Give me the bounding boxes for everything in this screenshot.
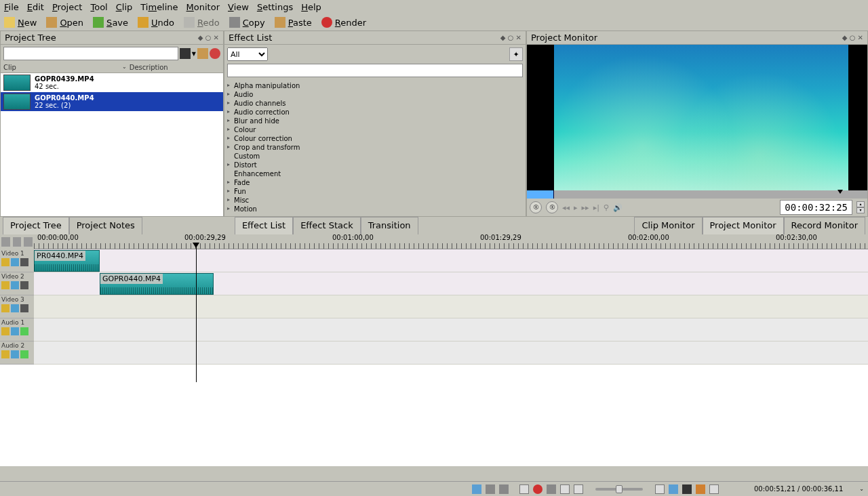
clip-row[interactable]: GOPR0440.MP422 sec. (2): [1, 92, 223, 111]
effect-filter-select[interactable]: All: [227, 47, 268, 61]
sb-icon-d[interactable]: [696, 484, 705, 494]
effect-cat[interactable]: Audio: [227, 90, 523, 99]
timeline-ruler[interactable]: 00:00:00,0000:00:29,2900:01:00,0000:01:2…: [34, 234, 868, 249]
tab-project-monitor[interactable]: Project Monitor: [703, 217, 784, 234]
track[interactable]: PR0440.MP4: [34, 249, 868, 272]
lock-icon[interactable]: [1, 281, 9, 289]
redo-button[interactable]: Redo: [184, 17, 220, 28]
sb-thumb-icon[interactable]: [472, 484, 481, 494]
video-icon[interactable]: [20, 304, 28, 312]
menu-edit[interactable]: Edit: [27, 2, 44, 12]
timeline-clip[interactable]: PR0440.MP4: [34, 250, 100, 272]
effect-cat[interactable]: Custom: [227, 152, 523, 161]
track[interactable]: [34, 318, 868, 342]
track-header[interactable]: Video 3: [0, 295, 34, 318]
menu-help[interactable]: Help: [301, 2, 321, 12]
menu-tool[interactable]: Tool: [90, 2, 107, 12]
col-clip[interactable]: Clip: [3, 64, 122, 71]
menu-view[interactable]: View: [228, 2, 249, 12]
favorite-button[interactable]: ✦: [509, 47, 523, 61]
tab-effect-list[interactable]: Effect List: [235, 217, 293, 234]
tool3-icon[interactable]: [24, 237, 33, 247]
effect-cat[interactable]: Crop and transform: [227, 143, 523, 152]
sb-snap-icon[interactable]: [547, 484, 556, 494]
menu-monitor[interactable]: Monitor: [186, 2, 220, 12]
mute-icon[interactable]: [11, 281, 19, 289]
mute-icon[interactable]: [11, 304, 19, 312]
tab-effect-stack[interactable]: Effect Stack: [293, 217, 361, 234]
lock-icon[interactable]: [1, 350, 9, 358]
sb-icon-c[interactable]: [682, 484, 692, 494]
video-icon[interactable]: [20, 258, 28, 266]
lock-icon[interactable]: [1, 304, 9, 312]
mute-icon[interactable]: [11, 327, 19, 335]
zoom-icon[interactable]: ⚲: [604, 203, 609, 212]
track-header[interactable]: Video 2: [0, 272, 34, 295]
track-header[interactable]: Audio 1: [0, 318, 34, 342]
effect-cat[interactable]: Enhancement: [227, 169, 523, 178]
sb-icon-e[interactable]: [709, 484, 719, 494]
tab-transition[interactable]: Transition: [361, 217, 418, 234]
copy-button[interactable]: Copy: [229, 17, 265, 28]
timeline-playhead[interactable]: [196, 247, 197, 382]
zone-end-icon[interactable]: ⦿: [546, 201, 558, 213]
sb-icon3[interactable]: [499, 484, 509, 494]
panel-controls[interactable]: ◆ ○ ✕: [842, 34, 863, 41]
dropdown-icon[interactable]: ▼: [192, 51, 196, 57]
menu-file[interactable]: File: [4, 2, 19, 12]
new-button[interactable]: New: [4, 17, 37, 28]
panel-controls[interactable]: ◆ ○ ✕: [500, 34, 521, 41]
audio-icon[interactable]: [20, 350, 28, 358]
camera-add-icon[interactable]: [180, 48, 191, 59]
sb-cherry-icon[interactable]: [533, 484, 542, 494]
panel-controls[interactable]: ◆ ○ ✕: [198, 34, 219, 41]
play-icon[interactable]: ▸: [574, 203, 578, 212]
audio-icon[interactable]: 🔊: [613, 203, 623, 212]
forward-icon[interactable]: ▸▸: [582, 203, 589, 212]
col-description[interactable]: Description: [130, 64, 220, 71]
effect-cat[interactable]: Blur and hide: [227, 117, 523, 125]
effect-search-input[interactable]: [227, 64, 523, 77]
effect-cat[interactable]: Fade: [227, 178, 523, 187]
effect-cat[interactable]: Alpha manipulation: [227, 81, 523, 90]
tab-clip-monitor[interactable]: Clip Monitor: [634, 217, 702, 234]
save-button[interactable]: Save: [93, 17, 128, 28]
menu-timeline[interactable]: Timeline: [140, 2, 178, 12]
effect-cat[interactable]: Motion: [227, 205, 523, 213]
paste-button[interactable]: Paste: [275, 17, 312, 28]
mute-icon[interactable]: [11, 350, 19, 358]
status-dropdown-icon[interactable]: ⌄: [859, 486, 864, 492]
monitor-ruler[interactable]: [527, 190, 867, 199]
effect-cat[interactable]: Colour correction: [227, 134, 523, 143]
timecode-spinner[interactable]: ▴▾: [856, 201, 865, 213]
menu-project[interactable]: Project: [52, 2, 83, 12]
audio-icon[interactable]: [20, 327, 28, 335]
tab-record-monitor[interactable]: Record Monitor: [784, 217, 865, 234]
effect-cat[interactable]: Misc: [227, 196, 523, 205]
track-header[interactable]: Video 1: [0, 249, 34, 272]
tool2-icon[interactable]: [13, 237, 22, 247]
track[interactable]: [34, 342, 868, 365]
effect-cat[interactable]: Audio correction: [227, 108, 523, 117]
track-header[interactable]: Audio 2: [0, 342, 34, 365]
skip-icon[interactable]: ▸|: [593, 203, 599, 212]
tool1-icon[interactable]: [1, 237, 10, 247]
zoom-slider[interactable]: [595, 488, 643, 491]
project-tree-search[interactable]: [3, 47, 178, 60]
open-button[interactable]: Open: [46, 17, 83, 28]
monitor-viewport[interactable]: [527, 45, 867, 190]
delete-icon[interactable]: [210, 48, 220, 59]
video-icon[interactable]: [20, 281, 28, 289]
menu-clip[interactable]: Clip: [116, 2, 133, 12]
sb-icon-a[interactable]: [655, 484, 665, 494]
render-button[interactable]: Render: [321, 17, 366, 28]
effect-cat[interactable]: Colour: [227, 125, 523, 134]
tab-project-notes[interactable]: Project Notes: [69, 217, 142, 234]
track[interactable]: GOPR0440.MP4: [34, 272, 868, 295]
lock-icon[interactable]: [1, 327, 9, 335]
undo-button[interactable]: Undo: [138, 17, 174, 28]
sb-fit-icon[interactable]: [560, 484, 570, 494]
effect-cat[interactable]: Audio channels: [227, 99, 523, 108]
lock-icon[interactable]: [1, 258, 9, 266]
effect-cat[interactable]: Fun: [227, 187, 523, 196]
